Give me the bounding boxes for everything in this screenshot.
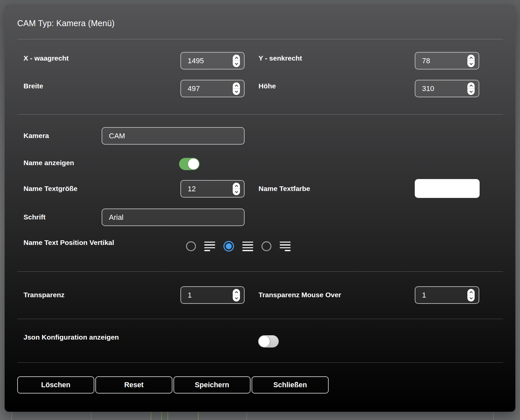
name-position-radio-bottom[interactable] [261, 241, 271, 251]
background-grid-line [247, 412, 247, 420]
divider [17, 271, 503, 272]
background-grid-line [91, 412, 91, 420]
dialog-title: CAM Typ: Kamera (Menü) [17, 19, 115, 28]
show-name-label: Name anzeigen [24, 159, 74, 167]
height-label: Höhe [259, 82, 276, 90]
chevron-down-icon[interactable] [235, 190, 238, 193]
stepper-divider [233, 61, 240, 61]
divider [17, 39, 503, 39]
chevron-down-icon[interactable] [469, 89, 473, 93]
stepper-icon[interactable] [467, 55, 475, 67]
save-button[interactable]: Speichern [173, 376, 251, 394]
stepper-icon[interactable] [467, 289, 475, 302]
close-button[interactable]: Schließen [252, 376, 329, 394]
width-label: Breite [24, 82, 43, 90]
name-position-radio-middle[interactable] [223, 241, 234, 252]
chevron-up-icon[interactable] [469, 57, 473, 60]
chevron-up-icon[interactable] [469, 84, 473, 88]
align-bottom-icon [280, 242, 291, 251]
name-text-position-label: Name Text Position Vertikal [24, 239, 114, 247]
chevron-up-icon[interactable] [235, 291, 238, 294]
camera-field[interactable] [102, 127, 245, 145]
font-input[interactable] [102, 209, 244, 225]
background-plan-line [167, 412, 168, 420]
toggle-knob [259, 336, 270, 347]
name-text-color-swatch[interactable] [415, 179, 480, 198]
stepper-divider [467, 295, 475, 295]
camera-label: Kamera [24, 132, 49, 140]
stepper-icon[interactable] [233, 82, 240, 95]
page-background: { "dialog": { "title": "CAM Typ: Kamera … [0, 0, 520, 420]
chevron-down-icon[interactable] [235, 89, 238, 93]
width-field[interactable] [180, 80, 245, 97]
name-text-size-label: Name Textgröße [24, 185, 77, 193]
delete-button[interactable]: Löschen [17, 376, 94, 394]
chevron-down-icon[interactable] [235, 62, 238, 65]
divider [17, 362, 503, 363]
x-label: X - waagrecht [24, 54, 69, 62]
chevron-down-icon[interactable] [469, 62, 473, 65]
stepper-divider [233, 189, 240, 189]
background-grid-line [12, 412, 12, 420]
divider [17, 319, 503, 319]
y-field[interactable] [415, 52, 479, 70]
y-label: Y - senkrecht [259, 54, 302, 62]
stepper-icon[interactable] [467, 82, 475, 95]
stepper-divider [467, 88, 475, 89]
toggle-knob [188, 159, 199, 169]
background-plan-line [198, 412, 199, 420]
stepper-icon[interactable] [233, 289, 240, 302]
chevron-up-icon[interactable] [235, 185, 238, 188]
align-middle-icon [242, 242, 253, 251]
chevron-down-icon[interactable] [469, 296, 473, 299]
align-top-icon [204, 242, 215, 251]
stepper-divider [467, 61, 475, 61]
transparency-field[interactable] [180, 286, 245, 304]
camera-input[interactable] [102, 128, 244, 144]
font-label: Schrift [24, 213, 46, 221]
dialog-button-row: Löschen Reset Speichern Schließen [17, 376, 329, 394]
background-grid-line [493, 412, 494, 420]
reset-button[interactable]: Reset [95, 376, 172, 394]
chevron-down-icon[interactable] [235, 296, 238, 299]
stepper-icon[interactable] [233, 183, 240, 195]
divider [17, 114, 503, 115]
background-plan-line [161, 412, 162, 420]
background-plan-line [151, 412, 151, 420]
x-field[interactable] [180, 52, 245, 70]
name-text-color-label: Name Textfarbe [259, 185, 310, 193]
height-field[interactable] [415, 80, 479, 97]
name-text-size-field[interactable] [180, 180, 245, 198]
chevron-up-icon[interactable] [235, 57, 238, 60]
stepper-icon[interactable] [233, 55, 240, 67]
json-config-toggle[interactable] [258, 335, 279, 348]
json-config-label: Json Konfiguration anzeigen [24, 333, 119, 341]
name-text-position-radio-group [186, 241, 291, 252]
transparency-mouseover-field[interactable] [415, 286, 479, 304]
stepper-divider [233, 295, 240, 295]
name-position-radio-top[interactable] [186, 241, 196, 251]
stepper-divider [233, 88, 240, 89]
chevron-up-icon[interactable] [469, 291, 473, 294]
show-name-toggle[interactable] [179, 158, 200, 170]
camera-settings-dialog: CAM Typ: Kamera (Menü) X - waagrecht Y -… [5, 5, 515, 412]
chevron-up-icon[interactable] [235, 84, 238, 88]
transparency-mouseover-label: Transparenz Mouse Over [259, 291, 341, 299]
font-field[interactable] [102, 209, 245, 226]
transparency-label: Transparenz [24, 291, 65, 299]
